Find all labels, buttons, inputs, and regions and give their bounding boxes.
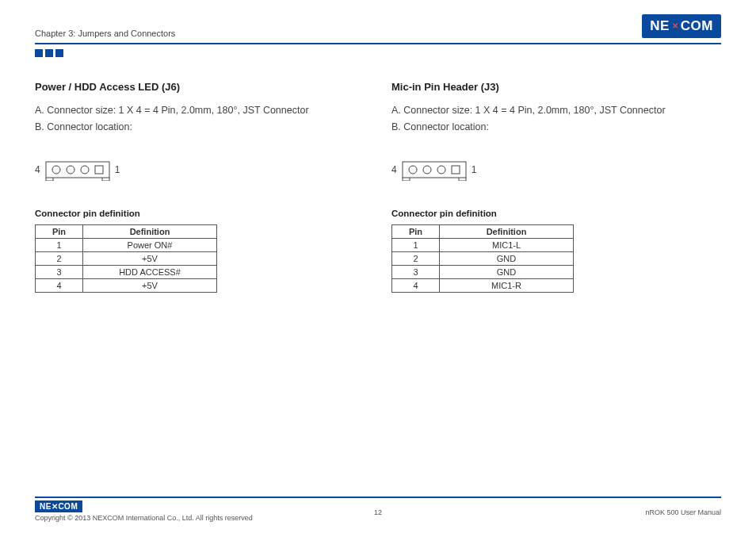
left-line-b: B. Connector location: — [35, 119, 352, 136]
left-table-title: Connector pin definition — [35, 209, 352, 218]
svg-point-8 — [67, 166, 74, 174]
th-pin: Pin — [36, 224, 83, 238]
svg-point-7 — [52, 166, 60, 174]
connector-icon — [402, 159, 467, 181]
chapter-title: Chapter 3: Jumpers and Connectors — [35, 29, 175, 38]
svg-rect-0 — [46, 162, 109, 178]
footer-logo: NE✕COM — [35, 500, 82, 512]
table-header-row: Pin Definition — [36, 224, 217, 238]
left-pin-table: Pin Definition 1Power ON# 2+5V 3HDD ACCE… — [35, 224, 217, 293]
table-header-row: Pin Definition — [392, 224, 574, 238]
svg-point-19 — [423, 166, 431, 174]
footer-rule — [35, 497, 721, 498]
svg-rect-11 — [403, 162, 466, 178]
header-rule — [35, 43, 721, 44]
content-area: Power / HDD Access LED (J6) A. Connector… — [35, 81, 721, 293]
table-row: 2GND — [392, 251, 574, 265]
svg-point-20 — [437, 166, 445, 174]
decorative-squares — [35, 49, 721, 57]
svg-rect-21 — [452, 166, 460, 174]
right-line-b: B. Connector location: — [391, 119, 708, 136]
table-row: 4+5V — [36, 278, 217, 292]
left-column: Power / HDD Access LED (J6) A. Connector… — [35, 81, 352, 293]
right-column: Mic-in Pin Header (J3) A. Connector size… — [391, 81, 708, 293]
table-row: 3GND — [392, 265, 574, 278]
page-header: Chapter 3: Jumpers and Connectors NE COM — [35, 14, 721, 38]
logo-post: COM — [681, 18, 713, 34]
svg-point-18 — [409, 166, 417, 174]
left-pin-label-1: 1 — [115, 164, 120, 175]
page-number: 12 — [374, 500, 382, 516]
logo-x-icon — [670, 18, 681, 34]
right-line-a: A. Connector size: 1 X 4 = 4 Pin, 2.0mm,… — [391, 102, 708, 119]
left-connector-diagram: 4 1 — [35, 159, 352, 181]
logo-pre: NE — [650, 18, 670, 34]
right-pin-label-4: 4 — [391, 164, 397, 175]
th-pin: Pin — [392, 224, 440, 238]
th-def: Definition — [83, 224, 217, 238]
right-table-title: Connector pin definition — [391, 209, 708, 218]
svg-point-9 — [81, 166, 89, 174]
nexcom-logo: NE COM — [642, 14, 721, 38]
table-row: 1Power ON# — [36, 238, 217, 251]
th-def: Definition — [440, 224, 574, 238]
right-section-title: Mic-in Pin Header (J3) — [391, 81, 708, 93]
right-pin-table: Pin Definition 1MIC1-L 2GND 3GND 4MIC1-R — [391, 224, 574, 293]
left-section-title: Power / HDD Access LED (J6) — [35, 81, 352, 93]
page-footer: NE✕COM Copyright © 2013 NEXCOM Internati… — [35, 497, 721, 522]
connector-icon — [45, 159, 110, 181]
table-row: 2+5V — [36, 251, 217, 265]
svg-rect-10 — [95, 166, 103, 174]
table-row: 1MIC1-L — [392, 238, 574, 251]
manual-name: nROK 500 User Manual — [382, 500, 721, 516]
left-line-a: A. Connector size: 1 X 4 = 4 Pin, 2.0mm,… — [35, 102, 352, 119]
table-row: 3HDD ACCESS# — [36, 265, 217, 278]
table-row: 4MIC1-R — [392, 278, 574, 292]
right-pin-label-1: 1 — [472, 164, 477, 175]
copyright-text: Copyright © 2013 NEXCOM International Co… — [35, 514, 253, 522]
right-connector-diagram: 4 1 — [391, 159, 708, 181]
footer-left: NE✕COM Copyright © 2013 NEXCOM Internati… — [35, 500, 374, 522]
left-pin-label-4: 4 — [35, 164, 40, 175]
